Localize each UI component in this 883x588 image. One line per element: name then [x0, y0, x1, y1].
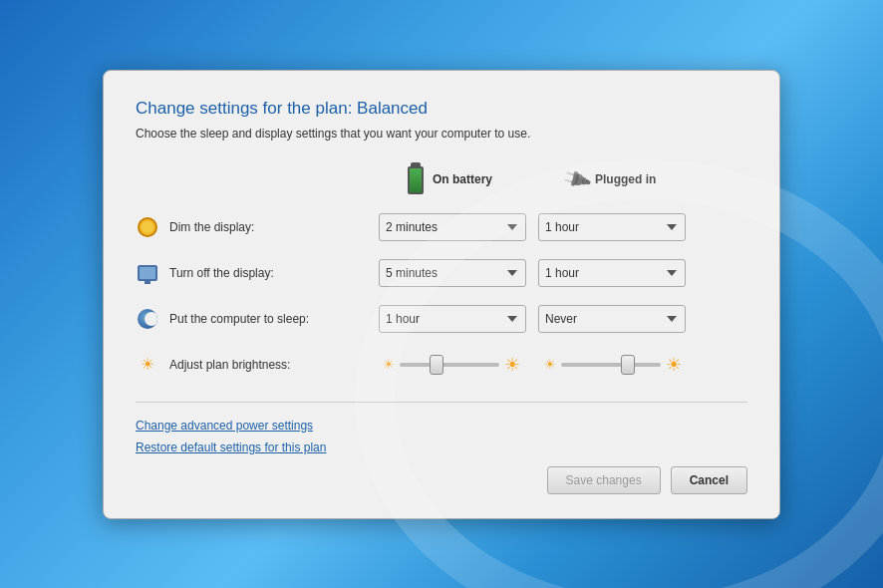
turnoff-display-dropdowns: 1 minute 2 minutes 3 minutes 5 minutes 1… — [379, 259, 686, 287]
turnoff-display-battery-select[interactable]: 1 minute 2 minutes 3 minutes 5 minutes 1… — [379, 259, 526, 287]
sun-large-icon-1: ☀ — [504, 354, 520, 376]
brightness-controls: ☀ ☀ ☀ ☀ — [383, 354, 692, 376]
monitor-icon — [136, 261, 159, 285]
plugged-label: Plugged in — [595, 172, 656, 186]
battery-brightness-slider[interactable] — [400, 363, 499, 367]
sleep-label: Put the computer to sleep: — [169, 312, 379, 326]
sleep-battery-select[interactable]: 1 minute 2 minutes 3 minutes 5 minutes 1… — [379, 305, 526, 333]
turnoff-display-plugged-select[interactable]: 1 minute 2 minutes 3 minutes 5 minutes 1… — [538, 259, 686, 287]
dim-display-icon — [136, 215, 159, 239]
dialog-title: Change settings for the plan: Balanced — [136, 99, 747, 119]
save-button[interactable]: Save changes — [547, 466, 661, 494]
sun-small-icon-2: ☀ — [544, 357, 556, 372]
sleep-dropdowns: 1 minute 2 minutes 3 minutes 5 minutes 1… — [379, 305, 686, 333]
advanced-settings-link[interactable]: Change advanced power settings — [136, 419, 747, 433]
divider — [136, 402, 747, 403]
sun-brightness-icon: ☀ — [141, 355, 154, 374]
sun-large-icon-2: ☀ — [666, 354, 682, 376]
dim-display-battery-select[interactable]: 1 minute 2 minutes 3 minutes 5 minutes 1… — [379, 213, 526, 241]
dim-display-label: Dim the display: — [169, 220, 379, 234]
turnoff-display-label: Turn off the display: — [169, 266, 379, 280]
restore-defaults-link[interactable]: Restore default settings for this plan — [136, 441, 747, 454]
battery-icon — [405, 162, 427, 196]
sleep-icon — [136, 307, 159, 331]
plugged-column-header: 🔌 Plugged in — [564, 167, 724, 191]
brightness-row: ☀ Adjust plan brightness: ☀ ☀ ☀ ☀ — [136, 348, 747, 382]
dialog-subtitle: Choose the sleep and display settings th… — [136, 127, 747, 141]
sleep-plugged-select[interactable]: 1 minute 2 minutes 3 minutes 5 minutes 1… — [538, 305, 686, 333]
dialog-window: Change settings for the plan: Balanced C… — [103, 70, 780, 519]
plugged-brightness-slider[interactable] — [561, 363, 661, 367]
brightness-label: Adjust plan brightness: — [169, 358, 379, 372]
column-headers: On battery 🔌 Plugged in — [405, 162, 747, 196]
turnoff-display-row: Turn off the display: 1 minute 2 minutes… — [136, 256, 747, 290]
battery-brightness-container: ☀ ☀ — [383, 354, 530, 376]
battery-label: On battery — [433, 172, 492, 186]
dim-display-row: Dim the display: 1 minute 2 minutes 3 mi… — [136, 210, 747, 244]
sleep-row: Put the computer to sleep: 1 minute 2 mi… — [136, 302, 747, 336]
sun-small-icon-1: ☀ — [383, 357, 395, 372]
button-row: Save changes Cancel — [136, 466, 747, 494]
plug-icon: 🔌 — [560, 162, 594, 195]
brightness-row-icon: ☀ — [136, 353, 159, 377]
cancel-button[interactable]: Cancel — [671, 466, 747, 494]
plugged-brightness-container: ☀ ☀ — [544, 354, 692, 376]
dim-display-dropdowns: 1 minute 2 minutes 3 minutes 5 minutes 1… — [379, 213, 686, 241]
battery-column-header: On battery — [405, 162, 564, 196]
dim-display-plugged-select[interactable]: 1 minute 2 minutes 3 minutes 5 minutes 1… — [538, 213, 686, 241]
